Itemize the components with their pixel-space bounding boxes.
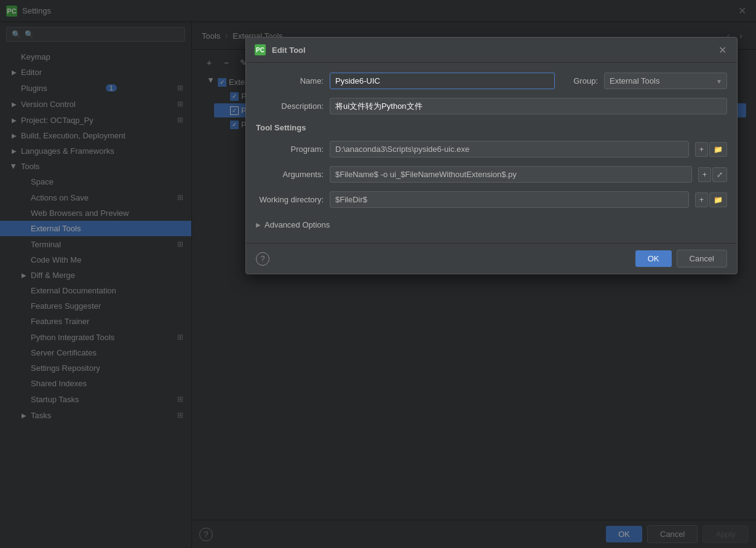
arguments-expand-btn[interactable]: ⤢ xyxy=(712,167,727,182)
app-icon: PC xyxy=(6,6,17,17)
sidebar-item-label: External Documentation xyxy=(31,286,116,295)
sidebar-item-label: Features Trainer xyxy=(31,317,89,326)
settings-icon: ⊞ xyxy=(175,99,185,109)
window-close-button[interactable]: ✕ xyxy=(734,4,750,18)
sidebar-item-label: Keymap xyxy=(21,52,50,62)
placeholder-arrow xyxy=(20,349,28,357)
sidebar-item-startup-tasks[interactable]: Startup Tasks ⊞ xyxy=(0,391,191,407)
sidebar-item-project[interactable]: ▶ Project: OCTaqp_Py ⊞ xyxy=(0,112,191,128)
placeholder-arrow xyxy=(20,287,28,295)
sidebar-item-features-suggester[interactable]: Features Suggester xyxy=(0,298,191,314)
expand-arrow: ▶ xyxy=(10,100,18,108)
edit-tool-modal: PC Edit Tool ✕ Name: Group: External Too… xyxy=(245,37,738,274)
breadcrumb-separator: › xyxy=(225,31,228,40)
cancel-button[interactable]: Cancel xyxy=(647,525,698,543)
modal-title: Edit Tool xyxy=(272,46,710,55)
sidebar-item-label: Actions on Save xyxy=(31,193,89,202)
add-button[interactable]: + xyxy=(202,55,217,70)
sidebar-item-label: Startup Tasks xyxy=(31,395,79,404)
program-label: Program: xyxy=(256,145,324,154)
sidebar-item-server-certs[interactable]: Server Certificates xyxy=(0,345,191,360)
modal-cancel-button[interactable]: Cancel xyxy=(677,250,727,268)
sidebar-item-label: External Tools xyxy=(31,224,81,233)
description-input[interactable] xyxy=(330,98,727,114)
group-select[interactable]: External Tools xyxy=(604,73,727,89)
working-dir-add-btn[interactable]: + xyxy=(695,193,708,207)
tree-checkbox-external-tools[interactable]: ✓ xyxy=(218,78,226,87)
modal-close-button[interactable]: ✕ xyxy=(716,44,728,56)
program-input[interactable] xyxy=(330,141,689,157)
name-input[interactable] xyxy=(330,73,555,89)
sidebar-item-label: Settings Repository xyxy=(31,363,100,373)
sidebar-item-tasks[interactable]: ▶ Tasks ⊞ xyxy=(0,407,191,423)
search-input[interactable] xyxy=(25,30,180,39)
sidebar-item-diff-merge[interactable]: ▶ Diff & Merge xyxy=(0,268,191,283)
working-dir-label: Working directory: xyxy=(256,195,324,204)
placeholder-arrow xyxy=(10,84,18,92)
arguments-add-btn[interactable]: + xyxy=(698,167,711,182)
placeholder-arrow xyxy=(20,333,28,341)
working-dir-input[interactable] xyxy=(330,191,689,208)
sidebar: 🔍 Keymap ▶ Editor Plugins 1 xyxy=(0,22,192,548)
sidebar-item-label: Tools xyxy=(21,162,39,171)
sidebar-item-web-browsers[interactable]: Web Browsers and Preview xyxy=(0,205,191,221)
expand-arrow: ▶ xyxy=(20,271,28,280)
description-label: Description: xyxy=(256,101,324,111)
sidebar-item-label: Diff & Merge xyxy=(31,271,75,280)
sidebar-item-label: Build, Execution, Deployment xyxy=(21,131,125,140)
placeholder-arrow xyxy=(20,364,28,373)
sidebar-item-editor[interactable]: ▶ Editor xyxy=(0,65,191,80)
plugins-badge: 1 xyxy=(106,84,117,92)
form-row-arguments: Arguments: + ⤢ xyxy=(256,166,727,183)
ok-button[interactable]: OK xyxy=(606,526,642,542)
sidebar-item-shared-indexes[interactable]: Shared Indexes xyxy=(0,376,191,391)
search-icon: 🔍 xyxy=(12,30,21,39)
sidebar-item-terminal[interactable]: Terminal ⊞ xyxy=(0,236,191,252)
placeholder-arrow xyxy=(20,209,28,218)
sidebar-item-features-trainer[interactable]: Features Trainer xyxy=(0,314,191,329)
sidebar-item-actions-on-save[interactable]: Actions on Save ⊞ xyxy=(0,189,191,205)
working-dir-browse-btn[interactable]: 📁 xyxy=(709,193,727,207)
sidebar-item-tools[interactable]: ▶ Tools xyxy=(0,159,191,174)
remove-button[interactable]: − xyxy=(219,55,234,70)
group-select-wrap: External Tools ▼ xyxy=(604,73,727,89)
sidebar-item-python-tools[interactable]: Python Integrated Tools ⊞ xyxy=(0,329,191,345)
sidebar-item-label: Terminal xyxy=(31,240,61,249)
arguments-side-btns: + ⤢ xyxy=(698,167,727,182)
sidebar-item-label: Plugins xyxy=(21,84,47,93)
sidebar-item-external-tools[interactable]: External Tools xyxy=(0,221,191,236)
advanced-options-toggle[interactable]: ▶ Advanced Options xyxy=(256,216,727,233)
sidebar-item-languages[interactable]: ▶ Languages & Frameworks xyxy=(0,143,191,159)
sidebar-item-external-doc[interactable]: External Documentation xyxy=(0,283,191,298)
sidebar-item-label: Space xyxy=(31,177,54,186)
sidebar-item-settings-repo[interactable]: Settings Repository xyxy=(0,360,191,376)
arguments-label: Arguments: xyxy=(256,170,324,179)
tree-checkbox-rcc[interactable]: ✓ xyxy=(230,121,239,129)
modal-ok-button[interactable]: OK xyxy=(635,250,672,267)
tree-checkbox-uic[interactable]: ✓ xyxy=(230,106,239,115)
expand-arrow: ▶ xyxy=(10,147,18,156)
program-browse-btn[interactable]: 📁 xyxy=(709,142,727,157)
sidebar-item-plugins[interactable]: Plugins 1 ⊞ xyxy=(0,80,191,96)
search-box[interactable]: 🔍 xyxy=(6,27,185,42)
sidebar-item-label: Python Integrated Tools xyxy=(31,333,114,342)
sidebar-item-build[interactable]: ▶ Build, Execution, Deployment xyxy=(0,128,191,143)
help-button[interactable]: ? xyxy=(199,528,213,541)
placeholder-arrow xyxy=(20,178,28,186)
expand-arrow: ▶ xyxy=(10,132,18,140)
arguments-input[interactable] xyxy=(330,166,692,183)
sidebar-item-code-with-me[interactable]: Code With Me xyxy=(0,252,191,268)
bottom-bar: ? OK Cancel Apply xyxy=(192,520,756,548)
tree-checkbox-designer[interactable]: ✓ xyxy=(230,92,239,101)
form-row-description: Description: xyxy=(256,98,727,114)
sidebar-item-keymap[interactable]: Keymap xyxy=(0,49,191,65)
modal-help-button[interactable]: ? xyxy=(256,252,269,266)
form-row-program: Program: + 📁 xyxy=(256,141,727,157)
program-add-btn[interactable]: + xyxy=(695,142,708,157)
settings-icon: ⊞ xyxy=(175,83,185,93)
sidebar-item-space[interactable]: Space xyxy=(0,174,191,189)
expand-arrow: ▶ xyxy=(10,116,18,124)
sidebar-item-version-control[interactable]: ▶ Version Control ⊞ xyxy=(0,96,191,112)
breadcrumb-tools: Tools xyxy=(202,31,220,41)
apply-button[interactable]: Apply xyxy=(702,525,749,543)
